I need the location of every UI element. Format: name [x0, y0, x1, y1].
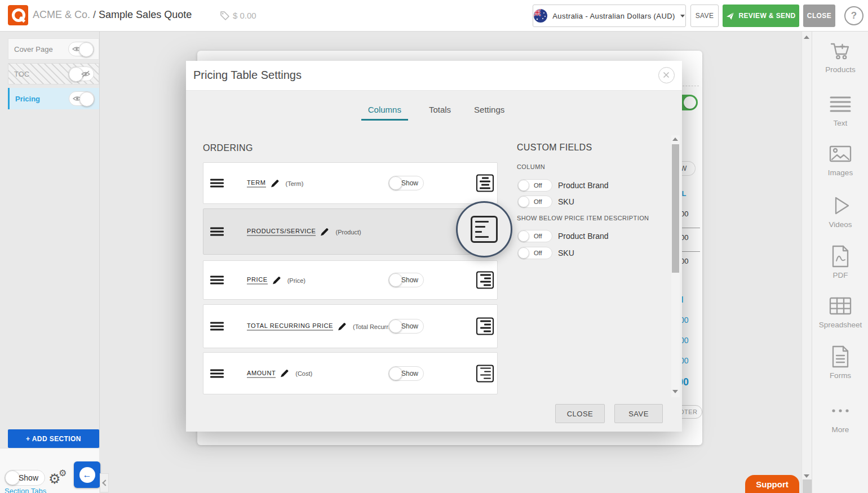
toggle-knob: [389, 176, 402, 190]
currency-selector-label: Australia - Australian Dollars (AUD): [552, 12, 675, 20]
modal-close-button[interactable]: [658, 67, 675, 83]
toolbox-item-images[interactable]: Images: [812, 141, 868, 177]
show-toggle[interactable]: Show: [388, 176, 424, 190]
pencil-icon[interactable]: [338, 322, 346, 330]
toolbox-item-spreadsheet[interactable]: Spreadsheet: [812, 294, 868, 329]
panel-collapse-handle[interactable]: [100, 473, 109, 492]
toolbox-item-products[interactable]: Products: [812, 38, 868, 74]
toggle-label: Show: [401, 370, 418, 377]
scroll-up-icon[interactable]: [672, 137, 678, 141]
show-toggle[interactable]: Show: [388, 319, 424, 334]
align-center-icon[interactable]: [476, 175, 494, 192]
eye-slash-icon: [81, 70, 90, 78]
drag-handle-icon[interactable]: [210, 226, 224, 238]
custom-field-label: SKU: [558, 197, 574, 206]
tab-totals[interactable]: Totals: [427, 105, 453, 121]
toolbox-item-forms[interactable]: Forms: [812, 344, 868, 380]
page-scrollbar[interactable]: [801, 31, 812, 493]
ordering-row-price[interactable]: PRICE (Price) Show: [203, 260, 498, 300]
support-button[interactable]: Support: [745, 475, 799, 493]
below-toggle-sku[interactable]: Off: [517, 247, 552, 259]
toolbox-item-label: Spreadsheet: [812, 321, 868, 329]
section-item-toc[interactable]: TOC: [8, 63, 99, 85]
save-button[interactable]: SAVE: [690, 5, 719, 27]
scroll-down-icon[interactable]: [672, 390, 678, 393]
column-original-name: (Product): [335, 228, 361, 235]
quote-title: Sample Sales Quote: [99, 9, 192, 20]
visibility-toggle[interactable]: [69, 91, 95, 106]
toolbox-item-more[interactable]: More: [812, 398, 868, 434]
column-name[interactable]: TERM: [247, 179, 266, 188]
toolbox-item-text[interactable]: Text: [812, 92, 868, 127]
column-name[interactable]: PRODUCTS/SERVICE: [247, 228, 316, 236]
toolbox-item-videos[interactable]: Videos: [812, 193, 868, 229]
toggle-label: Show: [19, 473, 38, 482]
toggle-knob: [684, 96, 696, 109]
custom-field-toggle-sku[interactable]: Off: [517, 196, 552, 208]
below-toggle-product-brand[interactable]: Off: [517, 230, 552, 242]
ordering-row-amount[interactable]: AMOUNT (Cost) Show: [203, 352, 498, 394]
add-section-button[interactable]: + ADD SECTION: [8, 429, 99, 448]
scrollbar-thumb[interactable]: [803, 479, 812, 493]
drag-handle-icon[interactable]: [210, 177, 224, 189]
toolbox-item-label: Text: [812, 119, 868, 127]
ordering-row-products-service[interactable]: PRODUCTS/SERVICE (Product): [203, 208, 498, 255]
content-toolbox: Products Text Images Videos: [812, 31, 868, 493]
section-tabs-link[interactable]: Section Tabs: [5, 487, 46, 493]
drag-handle-icon[interactable]: [210, 367, 224, 379]
scroll-down-icon[interactable]: [804, 474, 809, 478]
drag-handle-icon[interactable]: [210, 321, 224, 332]
help-button[interactable]: ?: [844, 6, 863, 25]
visibility-toggle[interactable]: [68, 42, 94, 56]
ordering-row-term[interactable]: TERM (Term) Show: [203, 162, 498, 204]
pdf-file-icon: [831, 245, 850, 268]
question-icon: ?: [851, 10, 857, 21]
settings-gears-icon[interactable]: ⚙ ⚙: [48, 471, 61, 487]
tab-columns[interactable]: Columns: [361, 105, 408, 121]
tab-settings[interactable]: Settings: [472, 105, 507, 121]
scroll-up-icon[interactable]: [804, 35, 809, 39]
below-description-sub-heading: SHOW BELOW PRICE ITEM DESCRIPTION: [517, 215, 649, 221]
modal-save-button[interactable]: SAVE: [614, 404, 663, 423]
pencil-icon[interactable]: [321, 228, 329, 236]
column-name[interactable]: PRICE: [247, 276, 268, 285]
text-lines-icon: [829, 96, 852, 113]
column-name[interactable]: TOTAL RECURRING PRICE: [247, 322, 333, 331]
align-right-icon[interactable]: [476, 365, 494, 382]
section-item-pricing[interactable]: Pricing: [8, 88, 99, 109]
pencil-icon[interactable]: [271, 179, 279, 187]
drag-handle-icon[interactable]: [210, 274, 224, 286]
back-button[interactable]: ←: [74, 461, 100, 488]
scrollbar-thumb[interactable]: [672, 144, 679, 273]
show-toggle[interactable]: Show: [388, 366, 424, 381]
pencil-icon[interactable]: [273, 276, 281, 284]
close-quote-button[interactable]: CLOSE: [803, 5, 835, 27]
toggle-knob: [518, 196, 529, 207]
modal-scrollbar[interactable]: [671, 135, 680, 397]
breadcrumb-separator: /: [93, 9, 96, 20]
align-right-icon[interactable]: [476, 318, 494, 335]
review-send-button[interactable]: REVIEW & SEND: [723, 5, 799, 27]
toggle-knob: [389, 273, 402, 287]
section-tabs-toggle[interactable]: Show: [5, 470, 45, 486]
toolbox-item-label: Forms: [812, 371, 868, 380]
pencil-icon[interactable]: [281, 370, 289, 377]
app-logo-icon[interactable]: [8, 5, 28, 25]
toggle-label: Show: [401, 276, 418, 284]
toggle-knob: [518, 230, 529, 242]
show-toggle[interactable]: Show: [388, 273, 424, 287]
currency-selector[interactable]: Australia - Australian Dollars (AUD): [533, 5, 686, 27]
custom-field-toggle-product-brand[interactable]: Off: [517, 179, 552, 192]
align-right-icon[interactable]: [476, 272, 494, 289]
toolbox-item-pdf[interactable]: PDF: [812, 244, 868, 279]
modal-close-footer-button[interactable]: CLOSE: [555, 404, 605, 423]
ordering-row-total-recurring-price[interactable]: TOTAL RECURRING PRICE (Total Recurring P…: [203, 304, 498, 348]
toggle-knob: [389, 319, 402, 333]
toggle-knob: [5, 470, 20, 485]
section-item-cover-page[interactable]: Cover Page: [8, 38, 99, 60]
visibility-toggle[interactable]: [68, 66, 94, 81]
support-label: Support: [756, 479, 789, 489]
column-name[interactable]: AMOUNT: [247, 369, 276, 377]
page-row-divider: [680, 228, 700, 228]
align-left-icon: [471, 216, 498, 243]
